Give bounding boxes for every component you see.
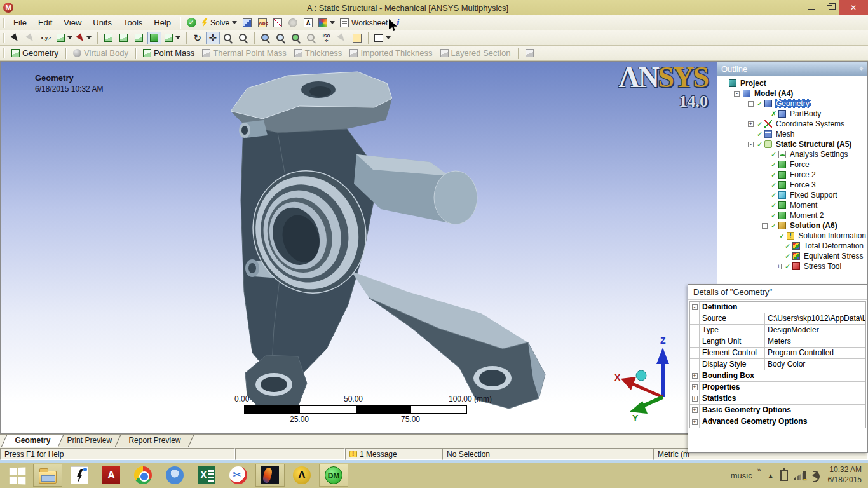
battery-icon[interactable]: [780, 470, 788, 481]
tree-item-analysis-settings[interactable]: ✓Analysis Settings: [717, 149, 867, 159]
tree-expander-icon[interactable]: +: [776, 264, 782, 269]
coordinates-pointer-button[interactable]: x,y,z: [39, 32, 53, 44]
details-value[interactable]: C:\Users\skp1012\AppData\Local\: [765, 313, 865, 324]
taskbar-app-lightning-tool[interactable]: [65, 464, 94, 487]
show-errors-button[interactable]: [286, 17, 300, 29]
tree-item-moment-2[interactable]: ✓Moment 2: [717, 210, 867, 220]
pin-icon[interactable]: ⌖: [859, 64, 864, 73]
previous-view-button[interactable]: [304, 32, 318, 44]
tree-item-coordinate-systems[interactable]: +✓Coordinate Systems: [717, 119, 867, 129]
new-section-plane-button[interactable]: [240, 17, 254, 29]
restore-button[interactable]: [820, 0, 839, 15]
extend-selection-button[interactable]: [163, 32, 182, 44]
taskbar-app-ansys-launcher[interactable]: Λ: [287, 464, 316, 487]
tree-item-equivalent-stress[interactable]: ✓Equivalent Stress: [717, 251, 867, 261]
tree-expander-icon[interactable]: -: [748, 101, 754, 107]
taskbar-app-photo-viewer[interactable]: [255, 464, 285, 487]
menu-tools[interactable]: Tools: [118, 16, 148, 29]
tree-item-static-structural-a5-[interactable]: -✓Static Structural (A5): [717, 139, 867, 149]
graphics-viewport[interactable]: Geometry 6/18/2015 10:32 AM ΛNSYS 14.0 0…: [0, 61, 717, 434]
pick-pointer-button[interactable]: [76, 32, 93, 44]
iso-view-button[interactable]: ISO✛: [320, 32, 334, 44]
start-button[interactable]: [1, 464, 31, 487]
zoom-in-button[interactable]: [221, 32, 235, 44]
tray-expand-icon[interactable]: ▲: [768, 472, 774, 479]
select-edge-button[interactable]: [117, 32, 131, 44]
text-label-button[interactable]: A: [301, 17, 315, 29]
tab-print-preview[interactable]: Print Preview: [53, 435, 126, 447]
toolbar-grip[interactable]: [3, 48, 5, 58]
tree-item-partbody[interactable]: ✗PartBody: [717, 109, 867, 119]
taskbar-app-chromium[interactable]: [160, 464, 189, 487]
tray-music-label[interactable]: music »: [731, 471, 761, 480]
toolbar-grip[interactable]: [3, 33, 5, 43]
tab-report-preview[interactable]: Report Preview: [114, 435, 194, 447]
details-expander-icon[interactable]: +: [692, 396, 698, 402]
select-face-button[interactable]: [132, 32, 146, 44]
context-worksheet-doc-button[interactable]: [522, 48, 540, 58]
tree-expander-icon[interactable]: -: [748, 142, 754, 147]
taskbar-clock[interactable]: 10:32 AM 6/18/2015: [828, 465, 862, 485]
tree-item-model-a4-[interactable]: -Model (A4): [717, 88, 867, 98]
details-expander-icon[interactable]: -: [692, 304, 698, 310]
details-expander-icon[interactable]: +: [692, 373, 698, 379]
minimize-button[interactable]: [802, 0, 820, 15]
tree-item-moment[interactable]: ✓Moment: [717, 200, 867, 210]
new-figure-button[interactable]: [316, 17, 337, 29]
tree-item-total-deformation[interactable]: ✓Total Deformation: [717, 241, 867, 251]
annotation-tag-button[interactable]: Abc: [255, 17, 269, 29]
orientation-triad[interactable]: Z X Y: [609, 334, 686, 423]
context-imported-thickness-button[interactable]: Imported Thickness: [346, 47, 436, 59]
direction-pointer-button[interactable]: [24, 32, 37, 44]
taskbar-app-design-modeler[interactable]: DM: [319, 464, 348, 487]
toolbar-grip[interactable]: [3, 18, 5, 28]
status-messages[interactable]: 1 Message: [345, 448, 442, 460]
status-check-button[interactable]: ✓: [184, 17, 198, 29]
tree-item-solution-a6-[interactable]: -✓Solution (A6): [717, 220, 867, 231]
context-point-mass-button[interactable]: Point Mass: [139, 47, 198, 59]
details-value[interactable]: Body Color: [765, 359, 865, 370]
zoom-out-button[interactable]: [236, 32, 250, 44]
context-geometry-button[interactable]: Geometry: [8, 47, 62, 59]
tree-item-solution-information[interactable]: ✓!Solution Information: [717, 231, 867, 241]
rotate-button[interactable]: ↻: [191, 32, 205, 44]
details-expander-icon[interactable]: +: [692, 419, 698, 425]
chart-button[interactable]: [271, 17, 285, 29]
menu-view[interactable]: View: [58, 16, 87, 29]
look-at-button[interactable]: [335, 32, 349, 44]
tree-item-fixed-support[interactable]: ✓Fixed Support: [717, 190, 867, 200]
tab-geometry[interactable]: Geometry: [1, 435, 64, 447]
menu-file[interactable]: File: [8, 16, 32, 29]
context-layered-section-button[interactable]: Layered Section: [437, 47, 515, 59]
select-body-button[interactable]: [147, 32, 161, 44]
details-expander-icon[interactable]: +: [692, 384, 698, 390]
tree-item-force[interactable]: ✓Force: [717, 159, 867, 170]
taskbar-app-adobe-reader[interactable]: A: [97, 464, 126, 487]
manage-views-button[interactable]: [350, 32, 364, 44]
label-pointer-button[interactable]: [8, 32, 22, 44]
magnifier-button[interactable]: [289, 32, 303, 44]
viewports-button[interactable]: [372, 32, 393, 44]
details-value[interactable]: Program Controlled: [765, 348, 865, 358]
tree-item-project[interactable]: Project: [717, 78, 867, 88]
select-vertex-button[interactable]: [102, 32, 116, 44]
taskbar-app-chrome[interactable]: [128, 464, 158, 487]
details-expander-icon[interactable]: +: [692, 407, 698, 413]
tree-expander-icon[interactable]: -: [762, 223, 768, 229]
context-thermal-point-mass-button[interactable]: Thermal Point Mass: [198, 47, 290, 59]
details-value[interactable]: DesignModeler: [765, 325, 865, 336]
tree-item-force-2[interactable]: ✓Force 2: [717, 170, 867, 180]
solve-button[interactable]: Solve: [200, 17, 239, 29]
tree-item-mesh[interactable]: ✓Mesh: [717, 129, 867, 139]
taskbar-app-snipping-tool[interactable]: [224, 464, 253, 487]
tree-expander-icon[interactable]: -: [734, 91, 740, 97]
close-button[interactable]: ✕: [839, 0, 868, 15]
menu-units[interactable]: Units: [87, 16, 118, 29]
taskbar-app-excel[interactable]: [192, 464, 221, 487]
volume-icon[interactable]: [812, 471, 818, 479]
tree-item-force-3[interactable]: ✓Force 3: [717, 180, 867, 190]
details-value[interactable]: Meters: [765, 336, 865, 347]
menu-edit[interactable]: Edit: [32, 16, 58, 29]
menu-help[interactable]: Help: [148, 16, 177, 29]
select-mode-button[interactable]: [55, 32, 74, 44]
